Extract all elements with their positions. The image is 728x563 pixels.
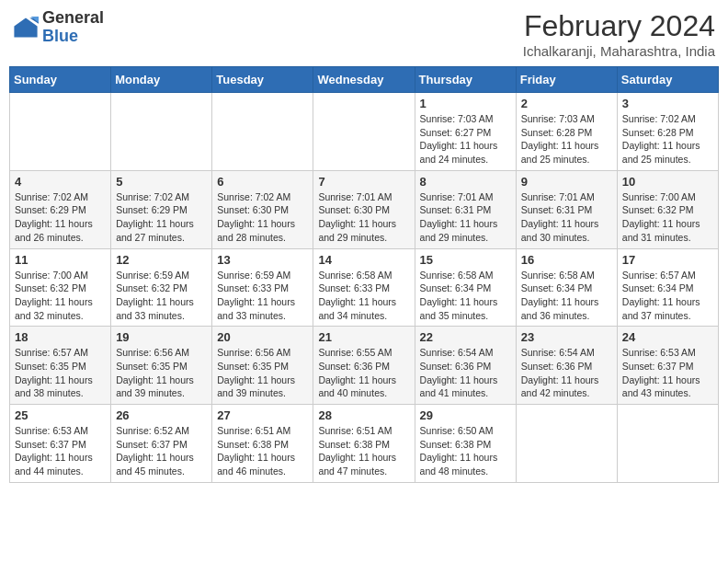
day-number: 21: [318, 330, 409, 344]
page-header: GeneralBlue February 2024 Ichalkaranji, …: [9, 9, 719, 59]
calendar-cell: 21Sunrise: 6:55 AMSunset: 6:36 PMDayligh…: [313, 327, 415, 405]
day-info: Sunrise: 6:59 AMSunset: 6:32 PMDaylight:…: [116, 269, 207, 323]
calendar-cell: [111, 93, 212, 171]
calendar-cell: 25Sunrise: 6:53 AMSunset: 6:37 PMDayligh…: [10, 405, 111, 483]
day-number: 22: [420, 330, 511, 344]
calendar-cell: [516, 405, 617, 483]
day-info: Sunrise: 7:01 AMSunset: 6:30 PMDaylight:…: [318, 190, 409, 245]
logo-icon: [13, 15, 39, 40]
calendar-cell: 23Sunrise: 6:54 AMSunset: 6:36 PMDayligh…: [516, 327, 617, 405]
day-number: 16: [521, 253, 612, 267]
day-number: 2: [521, 97, 612, 110]
day-info: Sunrise: 6:58 AMSunset: 6:34 PMDaylight:…: [521, 269, 612, 323]
weekday-header-saturday: Saturday: [617, 67, 718, 93]
day-info: Sunrise: 6:52 AMSunset: 6:37 PMDaylight:…: [116, 424, 207, 478]
day-number: 23: [521, 330, 612, 344]
calendar-cell: 16Sunrise: 6:58 AMSunset: 6:34 PMDayligh…: [516, 248, 617, 327]
calendar-cell: 22Sunrise: 6:54 AMSunset: 6:36 PMDayligh…: [415, 327, 516, 405]
day-info: Sunrise: 6:56 AMSunset: 6:35 PMDaylight:…: [116, 346, 207, 400]
calendar-cell: 10Sunrise: 7:00 AMSunset: 6:32 PMDayligh…: [617, 170, 718, 248]
calendar-cell: 9Sunrise: 7:01 AMSunset: 6:31 PMDaylight…: [516, 170, 617, 248]
day-number: 5: [116, 175, 207, 189]
logo: GeneralBlue: [13, 9, 104, 46]
calendar-cell: 7Sunrise: 7:01 AMSunset: 6:30 PMDaylight…: [313, 170, 415, 248]
day-info: Sunrise: 6:51 AMSunset: 6:38 PMDaylight:…: [217, 424, 308, 478]
day-number: 8: [420, 175, 511, 189]
location-title: Ichalkaranji, Maharashtra, India: [523, 43, 715, 59]
calendar-cell: 2Sunrise: 7:03 AMSunset: 6:28 PMDaylight…: [516, 93, 617, 171]
calendar-cell: 13Sunrise: 6:59 AMSunset: 6:33 PMDayligh…: [212, 248, 313, 327]
calendar-table: SundayMondayTuesdayWednesdayThursdayFrid…: [9, 66, 719, 483]
day-info: Sunrise: 7:00 AMSunset: 6:32 PMDaylight:…: [622, 190, 713, 245]
calendar-cell: 5Sunrise: 7:02 AMSunset: 6:29 PMDaylight…: [111, 170, 212, 248]
day-info: Sunrise: 7:02 AMSunset: 6:29 PMDaylight:…: [15, 190, 106, 245]
weekday-header-wednesday: Wednesday: [313, 67, 415, 93]
calendar-cell: 26Sunrise: 6:52 AMSunset: 6:37 PMDayligh…: [111, 405, 212, 483]
day-number: 11: [15, 253, 106, 267]
day-number: 18: [15, 330, 106, 344]
weekday-header-thursday: Thursday: [415, 67, 516, 93]
calendar-cell: [617, 405, 718, 483]
day-info: Sunrise: 6:59 AMSunset: 6:33 PMDaylight:…: [217, 269, 308, 323]
month-title: February 2024: [523, 9, 715, 43]
day-number: 20: [217, 330, 308, 344]
day-number: 25: [15, 408, 106, 422]
day-number: 3: [622, 97, 713, 110]
calendar-cell: 6Sunrise: 7:02 AMSunset: 6:30 PMDaylight…: [212, 170, 313, 248]
weekday-header-tuesday: Tuesday: [212, 67, 313, 93]
day-info: Sunrise: 6:58 AMSunset: 6:33 PMDaylight:…: [318, 269, 409, 323]
day-info: Sunrise: 7:03 AMSunset: 6:28 PMDaylight:…: [521, 112, 612, 167]
day-info: Sunrise: 6:54 AMSunset: 6:36 PMDaylight:…: [521, 346, 612, 400]
weekday-header-monday: Monday: [111, 67, 212, 93]
calendar-cell: 27Sunrise: 6:51 AMSunset: 6:38 PMDayligh…: [212, 405, 313, 483]
calendar-cell: 12Sunrise: 6:59 AMSunset: 6:32 PMDayligh…: [111, 248, 212, 327]
day-number: 12: [116, 253, 207, 267]
calendar-cell: 29Sunrise: 6:50 AMSunset: 6:38 PMDayligh…: [415, 405, 516, 483]
day-number: 10: [622, 175, 713, 189]
calendar-cell: 1Sunrise: 7:03 AMSunset: 6:27 PMDaylight…: [415, 93, 516, 171]
calendar-cell: 17Sunrise: 6:57 AMSunset: 6:34 PMDayligh…: [617, 248, 718, 327]
day-info: Sunrise: 7:01 AMSunset: 6:31 PMDaylight:…: [420, 190, 511, 245]
weekday-header-sunday: Sunday: [10, 67, 111, 93]
calendar-cell: 24Sunrise: 6:53 AMSunset: 6:37 PMDayligh…: [617, 327, 718, 405]
calendar-cell: [10, 93, 111, 171]
calendar-cell: 11Sunrise: 7:00 AMSunset: 6:32 PMDayligh…: [10, 248, 111, 327]
day-info: Sunrise: 7:03 AMSunset: 6:27 PMDaylight:…: [420, 112, 511, 167]
logo-text: GeneralBlue: [42, 9, 104, 46]
day-info: Sunrise: 7:02 AMSunset: 6:28 PMDaylight:…: [622, 112, 713, 167]
day-number: 29: [420, 408, 511, 422]
day-number: 15: [420, 253, 511, 267]
day-info: Sunrise: 6:53 AMSunset: 6:37 PMDaylight:…: [15, 424, 106, 478]
calendar-cell: [313, 93, 415, 171]
day-info: Sunrise: 6:55 AMSunset: 6:36 PMDaylight:…: [318, 346, 409, 400]
calendar-cell: 19Sunrise: 6:56 AMSunset: 6:35 PMDayligh…: [111, 327, 212, 405]
day-number: 24: [622, 330, 713, 344]
day-info: Sunrise: 6:50 AMSunset: 6:38 PMDaylight:…: [420, 424, 511, 478]
day-info: Sunrise: 7:02 AMSunset: 6:30 PMDaylight:…: [217, 190, 308, 245]
weekday-header-friday: Friday: [516, 67, 617, 93]
day-info: Sunrise: 7:02 AMSunset: 6:29 PMDaylight:…: [116, 190, 207, 245]
day-number: 14: [318, 253, 409, 267]
day-info: Sunrise: 6:56 AMSunset: 6:35 PMDaylight:…: [217, 346, 308, 400]
day-info: Sunrise: 7:00 AMSunset: 6:32 PMDaylight:…: [15, 269, 106, 323]
day-info: Sunrise: 6:53 AMSunset: 6:37 PMDaylight:…: [622, 346, 713, 400]
calendar-cell: 18Sunrise: 6:57 AMSunset: 6:35 PMDayligh…: [10, 327, 111, 405]
calendar-cell: 4Sunrise: 7:02 AMSunset: 6:29 PMDaylight…: [10, 170, 111, 248]
day-number: 28: [318, 408, 409, 422]
day-info: Sunrise: 6:57 AMSunset: 6:34 PMDaylight:…: [622, 269, 713, 323]
day-number: 4: [15, 175, 106, 189]
day-number: 26: [116, 408, 207, 422]
day-info: Sunrise: 7:01 AMSunset: 6:31 PMDaylight:…: [521, 190, 612, 245]
calendar-cell: [212, 93, 313, 171]
day-info: Sunrise: 6:54 AMSunset: 6:36 PMDaylight:…: [420, 346, 511, 400]
day-number: 1: [420, 97, 511, 110]
day-number: 6: [217, 175, 308, 189]
day-number: 7: [318, 175, 409, 189]
day-number: 9: [521, 175, 612, 189]
calendar-cell: 3Sunrise: 7:02 AMSunset: 6:28 PMDaylight…: [617, 93, 718, 171]
calendar-cell: 8Sunrise: 7:01 AMSunset: 6:31 PMDaylight…: [415, 170, 516, 248]
calendar-cell: 14Sunrise: 6:58 AMSunset: 6:33 PMDayligh…: [313, 248, 415, 327]
day-info: Sunrise: 6:51 AMSunset: 6:38 PMDaylight:…: [318, 424, 409, 478]
calendar-cell: 20Sunrise: 6:56 AMSunset: 6:35 PMDayligh…: [212, 327, 313, 405]
day-number: 13: [217, 253, 308, 267]
